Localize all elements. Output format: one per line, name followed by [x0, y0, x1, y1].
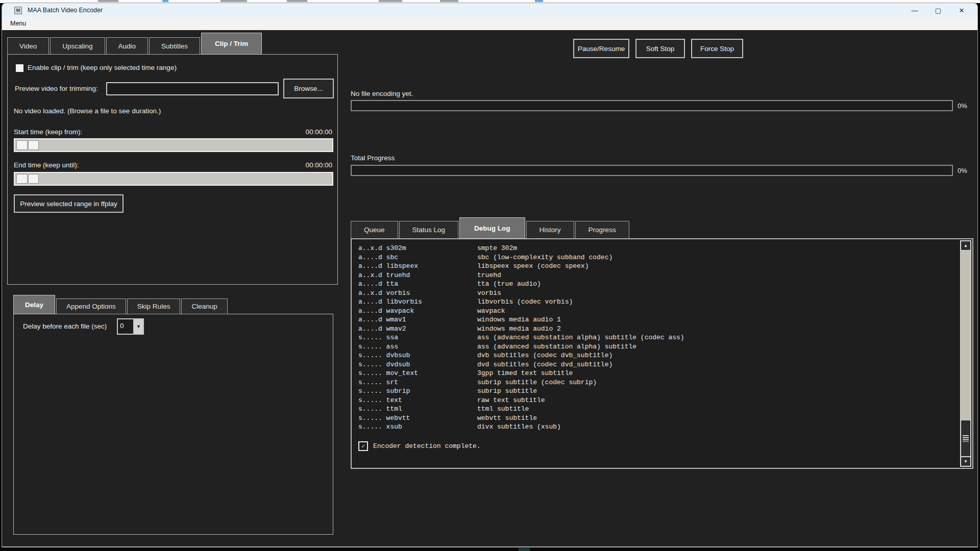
- tab-history[interactable]: History: [526, 221, 574, 239]
- total-progress-percent: 0%: [958, 167, 967, 174]
- tab-video[interactable]: Video: [7, 37, 49, 55]
- preview-video-input[interactable]: [106, 82, 279, 95]
- tab-skip-rules[interactable]: Skip Rules: [127, 298, 181, 314]
- log-line: a....d wavpackwavpack: [358, 307, 955, 316]
- background-fragment: [162, 0, 168, 2]
- window-title: MAA Batch Video Encoder: [28, 3, 103, 17]
- force-stop-button[interactable]: Force Stop: [691, 39, 743, 58]
- log-line: s..... srtsubrip subtitle (codec subrip): [358, 378, 955, 387]
- background-fragment: [440, 0, 458, 2]
- background-fragment: [379, 0, 402, 2]
- log-status-line: ✓ Encoder detection complete.: [358, 441, 481, 451]
- scrollbar-thumb[interactable]: [961, 420, 971, 457]
- menubar: Menu: [2, 17, 977, 30]
- scrollbar-track[interactable]: [961, 251, 971, 457]
- debug-log-panel: a..x.d s302msmpte 302ma....d sbcsbc (low…: [351, 238, 973, 469]
- log-line: a....d wmav1windows media audio 1: [358, 315, 955, 324]
- background-fragment: [220, 0, 247, 2]
- tab-queue[interactable]: Queue: [351, 221, 398, 239]
- debug-log-content: a..x.d s302msmpte 302ma....d sbcsbc (low…: [358, 244, 955, 432]
- end-time-slider[interactable]: [14, 172, 333, 186]
- tab-upscaling[interactable]: Upscaling: [50, 37, 105, 55]
- tab-audio[interactable]: Audio: [106, 37, 149, 55]
- end-time-label: End time (keep until):: [14, 161, 79, 169]
- tab-cleanup[interactable]: Cleanup: [181, 298, 227, 314]
- scroll-up-icon[interactable]: ▲: [961, 241, 971, 251]
- start-time-label: Start time (keep from):: [14, 128, 82, 136]
- log-line: s..... xsubdivx subtitles (xsub): [358, 422, 955, 432]
- titlebar: M MAA Batch Video Encoder — ▢ ✕: [2, 3, 977, 17]
- delay-value[interactable]: 0: [118, 319, 134, 334]
- end-time-value: 00:00:00: [305, 161, 332, 169]
- log-scrollbar[interactable]: ▲ ▼: [960, 240, 971, 467]
- log-line: a....d libvorbislibvorbis (codec vorbis): [358, 297, 955, 307]
- current-file-progress-bar: [351, 100, 953, 111]
- log-line: s..... dvdsubdvd subtitles (codec dvd_su…: [358, 360, 955, 369]
- options-tabbar: DelayAppend OptionsSkip RulesCleanup: [13, 295, 228, 314]
- log-line: s..... dvbsubdvb subtitles (codec dvb_su…: [358, 351, 955, 360]
- tab-clip-trim[interactable]: Clip / Trim: [201, 33, 262, 55]
- taskbar-peek: [519, 548, 530, 551]
- tab-progress[interactable]: Progress: [575, 221, 629, 239]
- no-video-text: No video loaded. (Browse a file to see d…: [14, 107, 161, 115]
- current-file-percent: 0%: [958, 102, 967, 110]
- log-line: a....d wmav2windows media audio 2: [358, 324, 955, 334]
- window-controls: — ▢ ✕: [903, 3, 973, 17]
- tab-append-options[interactable]: Append Options: [56, 298, 126, 314]
- log-line: s..... ttmlttml subtitle: [358, 405, 955, 414]
- log-line: a..x.d vorbisvorbis: [358, 289, 955, 298]
- background-fragment: [535, 0, 543, 2]
- scrollbar-grip: [963, 435, 969, 442]
- enable-clip-checkbox[interactable]: [16, 64, 23, 72]
- log-tabbar: QueueStatus LogDebug LogHistoryProgress: [351, 217, 629, 239]
- log-line: s..... ssaass (advanced substation alpha…: [358, 333, 955, 342]
- close-button[interactable]: ✕: [950, 3, 973, 17]
- log-line: s..... textraw text subtitle: [358, 396, 955, 405]
- preview-range-button[interactable]: Preview selected range in ffplay: [14, 194, 124, 213]
- enable-clip-label: Enable clip / trim (keep only selected t…: [28, 64, 177, 71]
- start-time-value: 00:00:00: [305, 128, 332, 136]
- clip-trim-panel: Enable clip / trim (keep only selected t…: [7, 54, 338, 285]
- delay-spinner[interactable]: 0 ▼: [117, 318, 144, 335]
- dropdown-arrow-icon[interactable]: ▼: [134, 319, 143, 334]
- browse-button[interactable]: Browse...: [283, 79, 334, 98]
- delay-label: Delay before each file (sec): [23, 322, 107, 330]
- preview-video-label: Preview video for trimming:: [15, 85, 98, 92]
- app-icon: M: [14, 7, 22, 14]
- soft-stop-button[interactable]: Soft Stop: [635, 39, 685, 58]
- log-line: s..... subripsubrip subtitle: [358, 387, 955, 396]
- total-progress-bar: [351, 165, 953, 176]
- minimize-button[interactable]: —: [903, 3, 926, 17]
- current-file-label: No file encoding yet.: [351, 90, 413, 97]
- log-line: a..x.d s302msmpte 302m: [358, 244, 955, 253]
- checked-checkbox-icon: ✓: [358, 441, 368, 451]
- log-line: a....d libspeexlibspeex speex (codec spe…: [358, 262, 955, 271]
- log-line: s..... assass (advanced substation alpha…: [358, 342, 955, 352]
- encoder-tabbar: VideoUpscalingAudioSubtitlesClip / Trim: [7, 33, 262, 55]
- tab-subtitles[interactable]: Subtitles: [149, 37, 200, 55]
- tab-delay[interactable]: Delay: [13, 295, 55, 314]
- log-line: a....d sbcsbc (low-complexity subband co…: [358, 253, 955, 262]
- menu-item[interactable]: Menu: [8, 17, 28, 30]
- tab-status-log[interactable]: Status Log: [399, 221, 459, 239]
- pause-resume-button[interactable]: Pause/Resume: [573, 39, 629, 58]
- log-status-text: Encoder detection complete.: [373, 442, 481, 450]
- tab-debug-log[interactable]: Debug Log: [459, 217, 525, 239]
- start-time-slider[interactable]: [14, 138, 333, 152]
- delay-panel: Delay before each file (sec) 0 ▼: [13, 314, 333, 535]
- log-line: s..... webvttwebvtt subtitle: [358, 414, 955, 423]
- background-fragment: [287, 0, 307, 2]
- start-slider-thumb[interactable]: [16, 140, 39, 150]
- desktop: M MAA Batch Video Encoder — ▢ ✕ Menu Vid…: [0, 0, 980, 551]
- total-progress-label: Total Progress: [351, 154, 395, 162]
- log-line: a....d ttatta (true audio): [358, 280, 955, 289]
- log-line: a..x.d truehdtruehd: [358, 271, 955, 280]
- maximize-button[interactable]: ▢: [926, 3, 950, 17]
- log-line: s..... mov_text3gpp timed text subtitle: [358, 369, 955, 378]
- scroll-down-icon[interactable]: ▼: [961, 457, 971, 466]
- end-slider-thumb[interactable]: [16, 174, 39, 184]
- background-fragment: [98, 0, 118, 2]
